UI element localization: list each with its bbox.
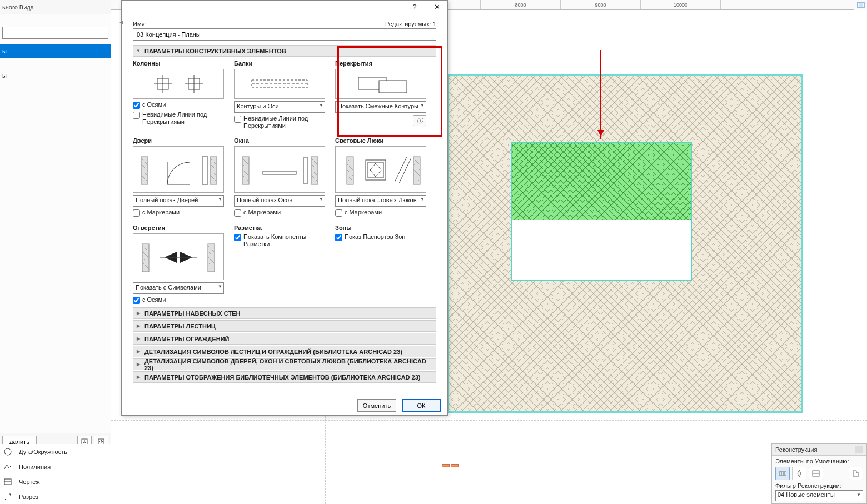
- openings-preview[interactable]: [133, 233, 224, 280]
- section-header-stair-symbols[interactable]: ▶ДЕТАЛИЗАЦИЯ СИМВОЛОВ ЛЕСТНИЦ И ОГРАЖДЕН…: [133, 346, 436, 357]
- beams-combo[interactable]: Контуры и Оси▼: [234, 101, 325, 113]
- chevron-down-icon: ▼: [218, 197, 222, 202]
- annotation-arrow: [600, 50, 601, 139]
- check-label: Невидимые Линии под Перекрытиями: [142, 111, 220, 126]
- combo-value: Полный пока...товых Люков: [338, 197, 417, 203]
- svg-line-40: [395, 157, 407, 182]
- skylights-preview[interactable]: [335, 146, 426, 193]
- help-button[interactable]: ?: [403, 0, 426, 14]
- name-input[interactable]: [133, 28, 436, 41]
- svg-rect-1: [859, 3, 863, 7]
- model-view-options-dialog[interactable]: ? ✕ ◀ Имя: Редактируемых: 1 ▼ ПАРАМЕТРЫ …: [121, 0, 448, 416]
- markers-label: Разметка: [234, 224, 334, 231]
- zones-stamp-check[interactable]: [335, 234, 342, 241]
- svg-rect-23: [379, 81, 407, 93]
- beams-hidden-check[interactable]: [234, 116, 241, 123]
- search-input[interactable]: [2, 27, 108, 39]
- windows-combo[interactable]: Полный показ Окон▼: [234, 195, 325, 207]
- doors-markers-check[interactable]: [133, 209, 140, 217]
- ruler-tick-label: 10000: [674, 2, 687, 8]
- svg-point-11: [4, 448, 11, 455]
- expand-arrow-icon: ▶: [136, 336, 141, 341]
- openings-combo[interactable]: Показать с Символами▼: [133, 282, 224, 294]
- check-label: с Маркерами: [142, 209, 180, 216]
- chevron-down-icon: ▼: [319, 197, 323, 202]
- recon-filter-label: Фильтр Реконструкции:: [775, 482, 863, 489]
- doors-combo[interactable]: Полный показ Дверей▼: [133, 195, 224, 207]
- chevron-down-icon: ▼: [420, 197, 425, 202]
- windows-markers-check[interactable]: [234, 209, 241, 217]
- section-header-library[interactable]: ▶ПАРАМЕТРЫ ОТОБРАЖЕНИЯ БИБЛИОТЕЧНЫХ ЭЛЕМ…: [133, 371, 436, 383]
- drawing-icon: [3, 477, 12, 486]
- left-item[interactable]: ы: [0, 69, 111, 82]
- reconstruction-panel[interactable]: Реконструкция Элементы по Умолчанию: Фил…: [771, 443, 867, 504]
- green-slab-element[interactable]: [511, 142, 692, 221]
- recon-filter-value: 04 Новые элементы: [778, 491, 835, 498]
- origin-marker: [451, 464, 459, 467]
- check-label: Показать Компоненты Разметки: [243, 233, 321, 248]
- openings-label: Отверстия: [133, 224, 233, 231]
- check-label: с Маркерами: [243, 209, 281, 216]
- section-header-curtainwall[interactable]: ▶ПАРАМЕТРЫ НАВЕСНЫХ СТЕН: [133, 307, 436, 319]
- columns-hidden-check[interactable]: [133, 112, 140, 119]
- tool-drawing[interactable]: Чертеж: [0, 474, 111, 489]
- ok-button[interactable]: ОК: [402, 399, 441, 412]
- beams-preview[interactable]: [234, 69, 325, 99]
- scroll-marker-icon[interactable]: ◀: [117, 18, 125, 26]
- tool-section[interactable]: Разрез: [0, 489, 111, 504]
- reconstruction-title: Реконструкция: [775, 446, 817, 453]
- recon-filter-combo[interactable]: 04 Новые элементы ▼: [775, 490, 863, 501]
- left-search-field[interactable]: [2, 27, 108, 39]
- slabs-info-button[interactable]: ⓘ: [413, 115, 426, 126]
- windows-preview[interactable]: [234, 146, 325, 193]
- recon-status-existing-icon[interactable]: [775, 467, 790, 480]
- section-title: ПАРАМЕТРЫ НАВЕСНЫХ СТЕН: [144, 310, 240, 317]
- arc-icon: [3, 447, 12, 456]
- left-list[interactable]: ы ы: [0, 44, 111, 82]
- check-label: Невидимые Линии под Перекрытиями: [243, 115, 321, 129]
- doors-label: Двери: [133, 137, 233, 144]
- openings-axes-check[interactable]: [133, 297, 140, 304]
- white-slab-element[interactable]: [511, 220, 692, 281]
- combo-value: Полный показ Окон: [237, 197, 292, 203]
- combo-value: Показать с Символами: [136, 284, 201, 291]
- section-title: ПАРАМЕТРЫ ОТОБРАЖЕНИЯ БИБЛИОТЕЧНЫХ ЭЛЕМЕ…: [144, 374, 421, 381]
- collapse-arrow-icon: ▼: [136, 48, 141, 53]
- left-item-selected[interactable]: ы: [0, 44, 111, 58]
- section-header-railings[interactable]: ▶ПАРАМЕТРЫ ОГРАЖДЕНИЙ: [133, 333, 436, 345]
- combo-value: Полный показ Дверей: [136, 197, 198, 203]
- slabs-preview[interactable]: [335, 69, 426, 99]
- cancel-button[interactable]: Отменить: [357, 399, 396, 412]
- name-label: Имя:: [133, 21, 146, 27]
- origin-marker: [442, 464, 450, 467]
- check-label: с Маркерами: [345, 209, 382, 216]
- columns-axes-check[interactable]: [133, 102, 140, 109]
- combo-value: Контуры и Оси: [237, 103, 279, 109]
- ruler-corner-icon[interactable]: [854, 0, 867, 10]
- tool-arc[interactable]: Дуга/Окружность: [0, 444, 111, 459]
- dialog-titlebar[interactable]: ? ✕: [121, 0, 448, 14]
- left-toolbox: Дуга/Окружность Полилиния Чертеж Разрез: [0, 444, 111, 504]
- check-label: с Осями: [142, 296, 166, 303]
- recon-pick-icon[interactable]: [849, 467, 863, 480]
- close-button[interactable]: ✕: [426, 0, 448, 14]
- reconstruction-titlebar[interactable]: Реконструкция: [772, 444, 866, 456]
- section-header-door-symbols[interactable]: ▶ДЕТАЛИЗАЦИЯ СИМВОЛОВ ДВЕРЕЙ, ОКОН И СВЕ…: [133, 358, 436, 370]
- tool-label: Дуга/Окружность: [19, 448, 67, 455]
- doors-preview[interactable]: [133, 146, 224, 193]
- section-title: ПАРАМЕТРЫ КОНСТРУКТИВНЫХ ЭЛЕМЕНТОВ: [144, 48, 286, 54]
- tool-polyline[interactable]: Полилиния: [0, 459, 111, 474]
- recon-status-demolish-icon[interactable]: [792, 467, 806, 480]
- windows-label: Окна: [234, 137, 334, 144]
- section-header-construct[interactable]: ▼ ПАРАМЕТРЫ КОНСТРУКТИВНЫХ ЭЛЕМЕНТОВ: [133, 45, 436, 57]
- slabs-combo[interactable]: Показать Смежные Контуры▼: [335, 101, 426, 113]
- tool-label: Чертеж: [19, 478, 40, 485]
- markers-show-check[interactable]: [234, 234, 241, 241]
- skylights-combo[interactable]: Полный пока...товых Люков▼: [335, 195, 426, 207]
- section-header-stairs[interactable]: ▶ПАРАМЕТРЫ ЛЕСТНИЦ: [133, 320, 436, 332]
- panel-collapse-icon[interactable]: [855, 446, 863, 453]
- columns-preview[interactable]: [133, 69, 224, 99]
- polyline-icon: [3, 462, 12, 471]
- skylights-markers-check[interactable]: [335, 209, 342, 217]
- recon-status-new-icon[interactable]: [809, 467, 823, 480]
